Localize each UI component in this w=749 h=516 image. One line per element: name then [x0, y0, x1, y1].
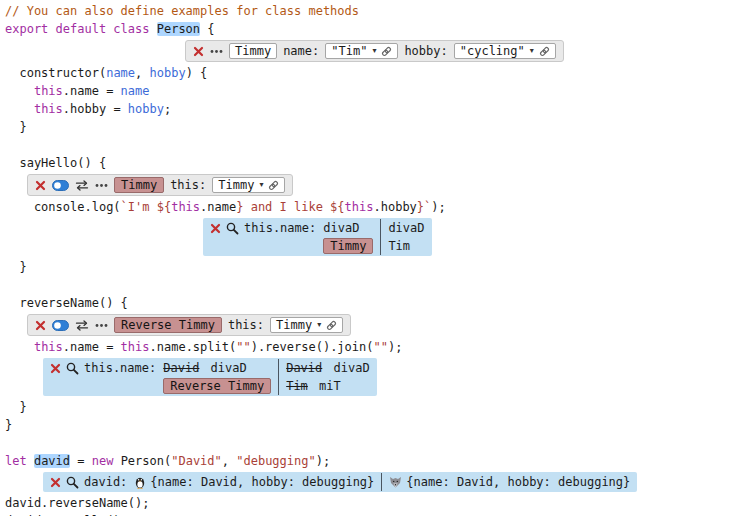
probe-widget: david:{name: David, hobby: debugging}{na… [43, 472, 637, 492]
magnifier-icon[interactable] [66, 476, 79, 489]
code-token: { [200, 22, 214, 36]
code-line[interactable]: console.log(`I'm ${this.name} and I like… [5, 198, 745, 216]
example-chip[interactable]: Reverse Timmy [114, 317, 222, 333]
probe-value-token: divaD [326, 361, 369, 375]
code-token: sayHello() { [5, 156, 106, 170]
magnifier-icon[interactable] [226, 222, 239, 235]
probe-example-value: Tim miT [286, 379, 369, 393]
close-icon[interactable] [193, 46, 204, 57]
caret-down-icon: ▾ [317, 318, 321, 332]
code-line[interactable]: let david = new Person("David", "debuggi… [5, 452, 745, 470]
code-line[interactable]: david.reverseName(); [5, 494, 745, 512]
code-token: , [135, 66, 149, 80]
code-line[interactable]: sayHello() { [5, 154, 745, 172]
code-token: this [121, 340, 150, 354]
probe-expression-label: this.name: [244, 221, 316, 235]
code-token: .name [200, 200, 236, 214]
code-line[interactable]: this.name = name [5, 82, 745, 100]
probe-value-token: David [163, 361, 199, 375]
probe-value-token: Tim [286, 379, 308, 393]
code-line[interactable]: export default class Person { [5, 20, 745, 38]
close-icon[interactable] [35, 180, 46, 191]
value-dropdown[interactable]: Timmy▾ [212, 177, 285, 193]
probe-value: David divaD [286, 361, 369, 375]
probe-value-token: {name: David, hobby: debugging} [150, 475, 374, 489]
probe-value-token: Tim [388, 239, 410, 253]
magnifier-icon[interactable] [66, 362, 79, 375]
link-icon[interactable] [268, 180, 279, 191]
link-icon[interactable] [326, 320, 337, 331]
example-chip[interactable]: Timmy [323, 238, 373, 254]
more-icon[interactable] [95, 183, 108, 188]
param-label: hobby: [404, 44, 447, 59]
code-token: } and I like ${ [236, 200, 344, 214]
close-icon[interactable] [50, 477, 61, 488]
code-line[interactable] [5, 136, 745, 154]
code-line[interactable] [5, 434, 745, 452]
probe-value: divaD [323, 221, 373, 235]
example-chip[interactable]: Reverse Timmy [163, 378, 271, 394]
code-token: ); [316, 454, 330, 468]
code-token [5, 102, 34, 116]
caret-down-icon: ▾ [530, 44, 534, 58]
value-dropdown[interactable]: "Tim"▾ [325, 43, 398, 59]
code-line[interactable]: this.hobby = hobby; [5, 100, 745, 118]
code-line[interactable]: } [5, 416, 745, 434]
code-token: "David" [171, 454, 222, 468]
code-line[interactable]: } [5, 398, 745, 416]
link-icon[interactable] [381, 46, 392, 57]
toggle-icon[interactable] [52, 320, 69, 331]
code-token: // You can also define examples for clas… [5, 4, 359, 18]
code-line[interactable]: // You can also define examples for clas… [5, 2, 745, 20]
code-token: "" [236, 340, 250, 354]
value-dropdown[interactable]: Timmy▾ [270, 317, 343, 333]
code-line[interactable]: } [5, 258, 745, 276]
code-token: .name = [63, 84, 121, 98]
code-token: name [121, 84, 150, 98]
swap-icon[interactable] [75, 180, 89, 191]
code-token: hobby [128, 102, 164, 116]
probe-value-token: {name: David, hobby: debugging} [406, 475, 630, 489]
this-label: this: [228, 318, 264, 333]
swap-icon[interactable] [75, 320, 89, 331]
probe-example-value: Tim [388, 239, 424, 253]
probe-row: david:{name: David, hobby: debugging}{na… [43, 472, 745, 492]
close-icon[interactable] [210, 223, 221, 234]
probe-row: this.name:divaDdivaDTimmyTim [203, 218, 745, 256]
code-token: new [92, 454, 114, 468]
example-reference-row: Timmythis:Timmy▾ [27, 174, 745, 196]
code-token: export default class [5, 22, 157, 36]
code-line[interactable]: } [5, 118, 745, 136]
close-icon[interactable] [50, 363, 61, 374]
code-token: this [171, 200, 200, 214]
more-icon[interactable] [95, 323, 108, 328]
code-token [5, 340, 34, 354]
highlighted-token: Person [157, 22, 200, 36]
code-token: } [5, 418, 12, 432]
code-token: } [5, 260, 27, 274]
code-line[interactable]: david.sayHello(); [5, 512, 745, 516]
probe-row: this.name:David divaDDavid divaDReverse … [43, 358, 745, 396]
toggle-icon[interactable] [52, 180, 69, 191]
param-label: name: [283, 44, 319, 59]
code-token: .name.split( [150, 340, 237, 354]
code-line[interactable]: reverseName() { [5, 294, 745, 312]
example-name-input[interactable]: Timmy [229, 43, 277, 59]
probe-value-token: divaD [323, 221, 359, 235]
code-line[interactable]: constructor(name, hobby) { [5, 64, 745, 82]
value-dropdown[interactable]: "cycling"▾ [454, 43, 556, 59]
code-token: = [70, 454, 92, 468]
link-icon[interactable] [539, 46, 550, 57]
code-editor[interactable]: // You can also define examples for clas… [0, 0, 749, 516]
probe-divider [381, 473, 382, 491]
code-line[interactable]: this.name = this.name.split("").reverse(… [5, 338, 745, 356]
code-token: name [106, 66, 135, 80]
probe-divider [278, 359, 279, 395]
more-icon[interactable] [210, 49, 223, 54]
close-icon[interactable] [35, 320, 46, 331]
code-token: this [345, 200, 374, 214]
code-token: } [5, 400, 27, 414]
code-line[interactable] [5, 276, 745, 294]
code-token: `I'm ${ [121, 200, 172, 214]
example-chip[interactable]: Timmy [114, 177, 164, 193]
